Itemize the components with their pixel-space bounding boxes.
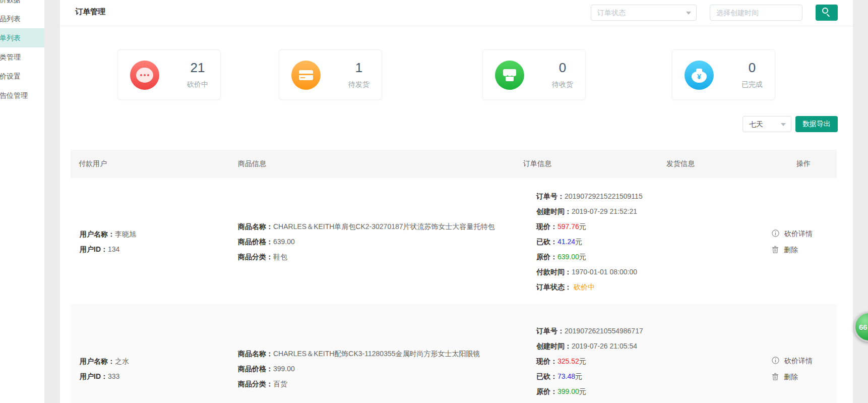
storefront-icon (495, 61, 524, 90)
bargain-detail-link[interactable]: 砍价详情 (772, 225, 837, 242)
user-name: 李晓旭 (115, 230, 136, 238)
product-name: CHARLES＆KEITH单肩包CK2-30270187片状流苏饰女士大容量托特… (273, 222, 495, 231)
user-id: 333 (108, 372, 119, 380)
col-header-shipping: 发货信息 (666, 159, 766, 168)
order-table: 付款用户 商品信息 订单信息 发货信息 操作 用户名称：李晓旭 用户ID：134… (71, 150, 837, 403)
stat-label-to-ship: 待发货 (348, 80, 369, 89)
date-range-select[interactable]: 七天 (742, 116, 791, 132)
stat-label-completed: 已完成 (741, 80, 763, 89)
floating-badge-text: 66 (859, 323, 867, 331)
sidebar-menu: 砍价数据 商品列表 订单列表 分类管理 砍价设置 广告位管理 (0, 0, 44, 105)
user-name: 之水 (115, 357, 129, 365)
original-price: 639.00 (557, 253, 579, 261)
cell-product-info: 商品名称：CHARLES＆KEITH单肩包CK2-30270187片状流苏饰女士… (237, 219, 522, 264)
floating-badge[interactable]: 66 (854, 312, 868, 342)
user-id: 134 (108, 245, 119, 253)
stat-value-completed: 0 (749, 60, 756, 76)
stat-label-bargaining: 砍价中 (187, 80, 208, 89)
chevron-down-icon (686, 12, 691, 15)
product-price: 399.00 (273, 365, 295, 373)
stat-card-to-ship: 1 待发货 (279, 49, 382, 100)
col-header-pay-user: 付款用户 (71, 159, 237, 168)
stat-value-bargaining: 21 (191, 60, 205, 76)
sidebar-item-ad-mgmt[interactable]: 广告位管理 (0, 86, 44, 105)
product-category: 百货 (273, 380, 287, 388)
stat-value-to-receive: 0 (559, 60, 566, 76)
cell-actions: 砍价详情 删除 (766, 225, 837, 258)
trash-icon (772, 373, 779, 380)
stat-value-to-ship: 1 (355, 60, 362, 76)
order-no: 20190729215221509115 (565, 192, 643, 200)
table-header-row: 付款用户 商品信息 订单信息 发货信息 操作 (71, 150, 837, 178)
info-icon (772, 229, 779, 237)
export-data-button[interactable]: 数据导出 (795, 116, 838, 132)
table-row: 用户名称：之水 用户ID：333 商品名称：CHARLES＆KEITH配饰CK3… (71, 305, 837, 403)
cell-actions: 砍价详情 删除 (766, 353, 837, 385)
paid-time: 1970-01-01 08:00:00 (572, 268, 637, 276)
filter-bar: 订单状态 (591, 5, 838, 21)
chevron-down-icon (781, 123, 786, 126)
cut-amount: 73.48 (557, 372, 575, 380)
cut-amount: 41.24 (557, 238, 575, 246)
credit-card-icon (291, 61, 321, 90)
chat-dots-icon (130, 61, 159, 90)
order-status-select-placeholder: 订单状态 (597, 9, 626, 17)
info-icon (772, 357, 779, 364)
order-no: 20190726210554986717 (565, 327, 643, 335)
delete-link[interactable]: 删除 (772, 369, 837, 385)
date-range-value: 七天 (749, 120, 763, 128)
sidebar-item-bargain-data[interactable]: 砍价数据 (0, 0, 44, 9)
money-bag-icon: ¥ (685, 61, 714, 90)
stat-label-to-receive: 待收货 (552, 80, 573, 89)
cell-order-info: 订单号：20190726210554986717 创建时间：2019-07-26… (522, 323, 666, 403)
sidebar: 砍价数据 商品列表 订单列表 分类管理 砍价设置 广告位管理 (0, 0, 44, 403)
bargain-detail-link[interactable]: 砍价详情 (772, 353, 837, 369)
stat-card-to-receive: 0 待收货 (482, 49, 586, 100)
topbar: 订单管理 订单状态 (60, 0, 853, 26)
product-price: 639.00 (273, 238, 295, 246)
delete-link[interactable]: 删除 (772, 242, 837, 258)
order-created: 2019-07-29 21:52:21 (572, 207, 637, 215)
order-status: 砍价中 (574, 283, 595, 291)
col-header-product: 商品信息 (237, 159, 522, 168)
stat-card-completed: ¥ 0 已完成 (672, 49, 775, 100)
page-title: 订单管理 (75, 7, 105, 17)
search-icon (822, 8, 828, 14)
search-button[interactable] (816, 5, 838, 21)
current-price: 597.76 (557, 222, 579, 231)
main-content: 订单管理 订单状态 21 砍价中 1 待发货 (60, 0, 853, 403)
cell-pay-user: 用户名称：之水 用户ID：333 (71, 354, 237, 384)
stat-card-bargaining: 21 砍价中 (117, 49, 221, 100)
sidebar-item-category-mgmt[interactable]: 分类管理 (0, 47, 44, 67)
table-row: 用户名称：李晓旭 用户ID：134 商品名称：CHARLES＆KEITH单肩包C… (71, 178, 837, 305)
sidebar-item-bargain-settings[interactable]: 砍价设置 (0, 67, 44, 86)
order-created: 2019-07-26 21:05:54 (572, 342, 637, 350)
cell-product-info: 商品名称：CHARLES＆KEITH配饰CK3-11280355金属时尚方形女士… (237, 346, 522, 391)
sidebar-item-product-list[interactable]: 商品列表 (0, 9, 44, 28)
create-time-input[interactable] (710, 5, 802, 21)
order-status-select[interactable]: 订单状态 (591, 5, 697, 21)
original-price: 399.00 (557, 387, 579, 395)
col-header-actions: 操作 (766, 159, 837, 168)
product-category: 鞋包 (273, 253, 287, 261)
cell-order-info: 订单号：20190729215221509115 创建时间：2019-07-29… (522, 189, 666, 295)
current-price: 325.52 (557, 357, 579, 365)
sidebar-item-order-list[interactable]: 订单列表 (0, 28, 44, 47)
col-header-order: 订单信息 (522, 159, 666, 168)
cell-pay-user: 用户名称：李晓旭 用户ID：134 (71, 226, 237, 257)
export-toolbar: 七天 数据导出 (742, 116, 838, 132)
trash-icon (772, 246, 779, 253)
product-name: CHARLES＆KEITH配饰CK3-11280355金属时尚方形女士太阳眼镜 (273, 350, 480, 358)
